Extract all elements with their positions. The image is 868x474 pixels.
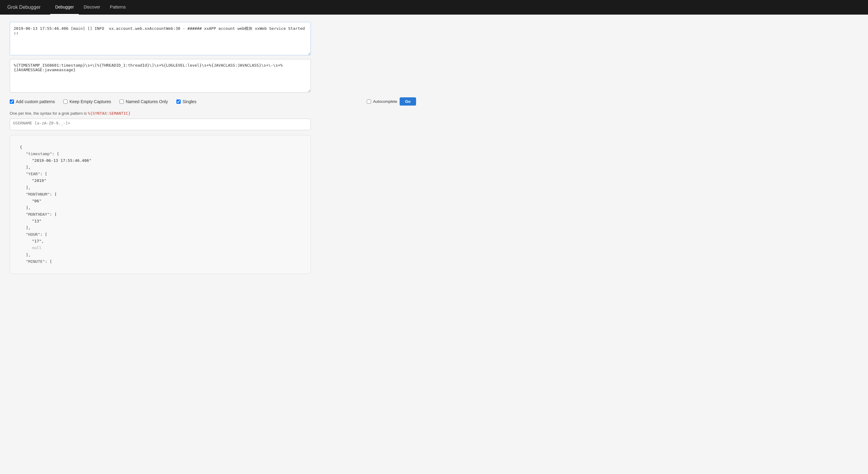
options-row: Add custom patterns Keep Empty Captures … xyxy=(10,97,416,106)
keep-empty-captures-checkbox[interactable] xyxy=(63,99,67,104)
result-line: "17", xyxy=(20,238,301,245)
result-line: { xyxy=(20,144,301,151)
result-line: "YEAR": [ xyxy=(20,171,301,177)
syntax-hint-text: One per line, the syntax for a grok patt… xyxy=(10,111,87,116)
result-line: "13" xyxy=(20,218,301,225)
named-captures-only-option[interactable]: Named Captures Only xyxy=(120,99,168,104)
result-line: "timestamp": [ xyxy=(20,151,301,157)
grok-pattern-input[interactable] xyxy=(10,59,311,92)
main-content: Add custom patterns Keep Empty Captures … xyxy=(0,14,426,281)
navbar-items: Debugger Discover Patterns xyxy=(50,0,130,14)
custom-patterns-input[interactable] xyxy=(10,119,311,130)
result-line: ], xyxy=(20,204,301,211)
singles-option[interactable]: Singles xyxy=(177,99,196,104)
navbar-brand: Grok Debugger xyxy=(7,5,40,10)
result-line: ], xyxy=(20,251,301,258)
autocomplete-section: Autocomplete Go xyxy=(367,97,416,106)
singles-checkbox[interactable] xyxy=(177,99,181,104)
nav-discover[interactable]: Discover xyxy=(79,0,105,14)
nav-patterns[interactable]: Patterns xyxy=(105,0,130,14)
autocomplete-option[interactable]: Autocomplete xyxy=(367,99,397,104)
syntax-tag: %{SYNTAX:SEMANTIC} xyxy=(88,111,131,116)
result-line: ], xyxy=(20,164,301,171)
result-line: "MINUTE": [ xyxy=(20,258,301,265)
result-line: "2019-06-13 17:55:46.406" xyxy=(20,157,301,164)
add-custom-patterns-label: Add custom patterns xyxy=(16,99,55,104)
named-captures-only-label: Named Captures Only xyxy=(126,99,168,104)
syntax-hint: One per line, the syntax for a grok patt… xyxy=(10,111,416,116)
result-line: "06" xyxy=(20,198,301,204)
result-line: ], xyxy=(20,225,301,231)
result-line: ], xyxy=(20,184,301,191)
add-custom-patterns-checkbox[interactable] xyxy=(10,99,14,104)
result-box: { "timestamp": [ "2019-06-13 17:55:46.40… xyxy=(10,135,311,274)
named-captures-only-checkbox[interactable] xyxy=(120,99,124,104)
keep-empty-captures-option[interactable]: Keep Empty Captures xyxy=(63,99,111,104)
go-button[interactable]: Go xyxy=(400,97,416,106)
result-line: "MONTHNUM": [ xyxy=(20,191,301,198)
singles-label: Singles xyxy=(183,99,196,104)
add-custom-patterns-option[interactable]: Add custom patterns xyxy=(10,99,55,104)
autocomplete-checkbox[interactable] xyxy=(367,99,371,104)
result-line: "MONTHDAY": [ xyxy=(20,211,301,218)
keep-empty-captures-label: Keep Empty Captures xyxy=(69,99,111,104)
result-line: null xyxy=(20,245,301,251)
result-line: "HOUR": [ xyxy=(20,231,301,238)
sample-log-input[interactable] xyxy=(10,22,311,55)
nav-debugger[interactable]: Debugger xyxy=(50,0,79,14)
navbar: Grok Debugger Debugger Discover Patterns xyxy=(0,0,868,14)
autocomplete-label: Autocomplete xyxy=(373,99,397,104)
result-line: "2019" xyxy=(20,177,301,184)
